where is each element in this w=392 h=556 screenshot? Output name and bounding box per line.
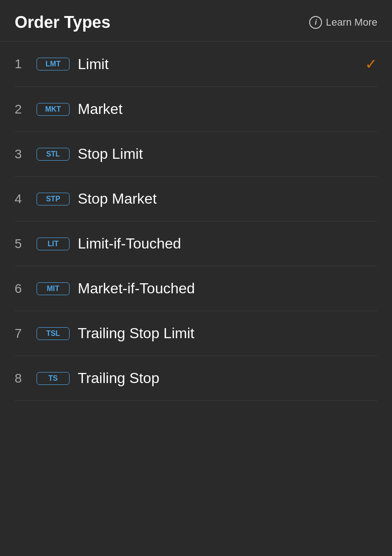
order-badge: STP bbox=[37, 193, 70, 205]
info-icon: i bbox=[309, 16, 322, 29]
order-item[interactable]: 6MITMarket-if-Touched bbox=[15, 266, 377, 311]
page-header: Order Types i Learn More bbox=[0, 0, 392, 42]
order-item[interactable]: 7TSLTrailing Stop Limit bbox=[15, 311, 377, 356]
learn-more-button[interactable]: i Learn More bbox=[309, 16, 377, 29]
learn-more-label: Learn More bbox=[326, 16, 377, 28]
order-number: 7 bbox=[15, 326, 37, 341]
order-number: 3 bbox=[15, 147, 37, 162]
page-title: Order Types bbox=[15, 13, 110, 32]
order-badge: LMT bbox=[37, 58, 70, 70]
order-item[interactable]: 3STLStop Limit bbox=[15, 132, 377, 177]
order-name: Trailing Stop Limit bbox=[78, 325, 377, 342]
order-type-list: 1LMTLimit✓2MKTMarket3STLStop Limit4STPSt… bbox=[0, 42, 392, 401]
order-name: Limit-if-Touched bbox=[78, 235, 377, 252]
order-badge: MIT bbox=[37, 282, 70, 295]
order-number: 8 bbox=[15, 371, 37, 386]
order-name: Trailing Stop bbox=[78, 370, 377, 387]
order-name: Market bbox=[78, 101, 377, 118]
order-badge: TSL bbox=[37, 327, 70, 340]
order-badge: STL bbox=[37, 148, 70, 161]
order-number: 2 bbox=[15, 102, 37, 117]
order-item[interactable]: 1LMTLimit✓ bbox=[15, 42, 377, 87]
order-number: 6 bbox=[15, 281, 37, 296]
order-item[interactable]: 2MKTMarket bbox=[15, 87, 377, 132]
order-number: 5 bbox=[15, 237, 37, 251]
order-item[interactable]: 8TSTrailing Stop bbox=[15, 356, 377, 401]
order-name: Limit bbox=[78, 56, 358, 73]
order-name: Stop Market bbox=[78, 190, 377, 207]
order-number: 4 bbox=[15, 192, 37, 206]
order-number: 1 bbox=[15, 57, 37, 71]
order-name: Stop Limit bbox=[78, 146, 377, 162]
order-badge: LIT bbox=[37, 238, 70, 250]
selected-checkmark-icon: ✓ bbox=[358, 55, 377, 73]
order-name: Market-if-Touched bbox=[78, 280, 377, 297]
order-badge: MKT bbox=[37, 103, 70, 116]
order-item[interactable]: 4STPStop Market bbox=[15, 177, 377, 221]
order-item[interactable]: 5LITLimit-if-Touched bbox=[15, 221, 377, 266]
order-badge: TS bbox=[37, 372, 70, 385]
